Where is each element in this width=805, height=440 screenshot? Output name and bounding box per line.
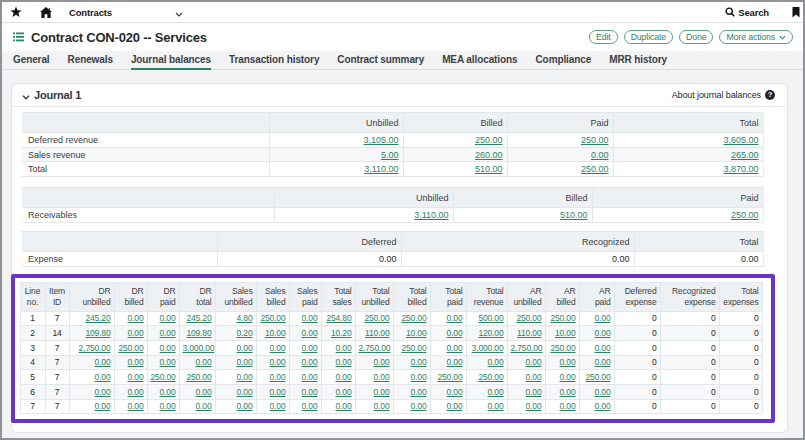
amount-link[interactable]: 0.00: [270, 401, 286, 411]
amount-link[interactable]: 0.00: [237, 343, 253, 353]
amount-link[interactable]: 250.00: [151, 372, 176, 382]
tab-general[interactable]: General: [13, 51, 50, 70]
amount-link[interactable]: 250.00: [260, 313, 285, 323]
tab-contract-summary[interactable]: Contract summary: [337, 51, 424, 70]
amount-link[interactable]: 0.00: [160, 387, 176, 397]
amount-link[interactable]: 0.00: [302, 328, 318, 338]
amount-link[interactable]: 0.00: [128, 328, 144, 338]
amount-link[interactable]: 0.00: [595, 328, 611, 338]
amount-link[interactable]: 10.00: [265, 328, 286, 338]
amount-link[interactable]: 0.00: [160, 401, 176, 411]
amount-link[interactable]: 3,000.00: [183, 343, 215, 353]
amount-link[interactable]: 0.00: [560, 387, 576, 397]
amount-link[interactable]: 0.00: [128, 401, 144, 411]
tab-mrr-history[interactable]: MRR history: [609, 51, 667, 70]
amount-link[interactable]: 0.00: [374, 357, 390, 367]
amount-link[interactable]: 250.00: [401, 343, 426, 353]
amount-link[interactable]: 0.00: [336, 357, 352, 367]
amount-link[interactable]: 245.20: [85, 313, 110, 323]
amount-link[interactable]: 0.00: [488, 401, 504, 411]
amount-link[interactable]: 250.00: [186, 372, 211, 382]
amount-link[interactable]: 0.00: [237, 387, 253, 397]
journal-section-toggle[interactable]: Journal 1: [22, 86, 81, 104]
amount-link[interactable]: 250.00: [437, 372, 462, 382]
amount-link[interactable]: 0.00: [270, 343, 286, 353]
amount-link[interactable]: 510.00: [560, 210, 588, 220]
amount-link[interactable]: 0.00: [411, 357, 427, 367]
amount-link[interactable]: 250.00: [401, 313, 426, 323]
amount-link[interactable]: 0.00: [336, 372, 352, 382]
amount-link[interactable]: 254.80: [326, 313, 351, 323]
amount-link[interactable]: 250.00: [581, 135, 609, 145]
amount-link[interactable]: 0.20: [237, 328, 253, 338]
amount-link[interactable]: 0.00: [411, 372, 427, 382]
amount-link[interactable]: 2,750.00: [511, 343, 543, 353]
amount-link[interactable]: 500.00: [478, 313, 503, 323]
tab-journal-balances[interactable]: Journal balances: [131, 51, 211, 70]
amount-link[interactable]: 250.00: [478, 372, 503, 382]
amount-link[interactable]: 2,750.00: [359, 343, 391, 353]
tab-transaction-history[interactable]: Transaction history: [229, 51, 319, 70]
contracts-nav-dropdown[interactable]: Contracts: [69, 3, 183, 21]
amount-link[interactable]: 0.00: [95, 357, 111, 367]
amount-link[interactable]: 0.00: [336, 401, 352, 411]
amount-link[interactable]: 0.00: [447, 328, 463, 338]
amount-link[interactable]: 0.00: [526, 372, 542, 382]
amount-link[interactable]: 0.00: [488, 357, 504, 367]
amount-link[interactable]: 0.00: [128, 372, 144, 382]
amount-link[interactable]: 0.00: [595, 313, 611, 323]
amount-link[interactable]: 0.00: [302, 372, 318, 382]
amount-link[interactable]: 0.00: [160, 313, 176, 323]
amount-link[interactable]: 0.00: [302, 357, 318, 367]
amount-link[interactable]: 3,110.00: [414, 210, 448, 220]
contract-list-icon[interactable]: [13, 28, 24, 46]
amount-link[interactable]: 0.00: [336, 343, 352, 353]
amount-link[interactable]: 250.00: [581, 164, 609, 174]
tab-mea-allocations[interactable]: MEA allocations: [442, 51, 517, 70]
amount-link[interactable]: 0.00: [488, 387, 504, 397]
done-button[interactable]: Done: [679, 30, 713, 45]
amount-link[interactable]: 0.00: [270, 372, 286, 382]
amount-link[interactable]: 0.00: [526, 387, 542, 397]
amount-link[interactable]: 0.00: [128, 387, 144, 397]
amount-link[interactable]: 0.00: [302, 343, 318, 353]
amount-link[interactable]: 0.00: [237, 401, 253, 411]
amount-link[interactable]: 265.00: [731, 150, 759, 160]
bookmark-icon[interactable]: [792, 7, 800, 18]
amount-link[interactable]: 3,870.00: [723, 164, 758, 174]
tab-renewals[interactable]: Renewals: [68, 51, 113, 70]
amount-link[interactable]: 0.00: [526, 401, 542, 411]
amount-link[interactable]: 260.00: [475, 150, 503, 160]
amount-link[interactable]: 3,110.00: [364, 164, 398, 174]
tab-compliance[interactable]: Compliance: [536, 51, 592, 70]
amount-link[interactable]: 0.00: [447, 343, 463, 353]
amount-link[interactable]: 510.00: [475, 164, 503, 174]
amount-link[interactable]: 0.00: [447, 401, 463, 411]
amount-link[interactable]: 250.00: [550, 343, 575, 353]
amount-link[interactable]: 110.00: [517, 328, 541, 338]
amount-link[interactable]: 0.00: [447, 387, 463, 397]
amount-link[interactable]: 250.00: [731, 210, 759, 220]
amount-link[interactable]: 0.00: [526, 357, 542, 367]
amount-link[interactable]: 0.00: [595, 343, 611, 353]
amount-link[interactable]: 110.00: [365, 328, 389, 338]
amount-link[interactable]: 0.00: [237, 357, 253, 367]
amount-link[interactable]: 0.00: [411, 401, 427, 411]
amount-link[interactable]: 0.00: [160, 343, 176, 353]
amount-link[interactable]: 0.00: [374, 387, 390, 397]
amount-link[interactable]: 4.80: [237, 313, 253, 323]
favorite-star-icon[interactable]: [10, 6, 22, 18]
amount-link[interactable]: 0.00: [447, 357, 463, 367]
amount-link[interactable]: 109.80: [186, 328, 211, 338]
amount-link[interactable]: 3,605.00: [723, 135, 758, 145]
amount-link[interactable]: 250.00: [118, 343, 143, 353]
amount-link[interactable]: 3,000.00: [472, 343, 504, 353]
amount-link[interactable]: 0.00: [196, 401, 212, 411]
amount-link[interactable]: 0.00: [237, 372, 253, 382]
amount-link[interactable]: 0.00: [374, 401, 390, 411]
about-journal-balances-link[interactable]: About journal balances ?: [672, 90, 775, 100]
amount-link[interactable]: 250.00: [516, 313, 541, 323]
amount-link[interactable]: 0.00: [302, 387, 318, 397]
amount-link[interactable]: 0.00: [270, 357, 286, 367]
amount-link[interactable]: 0.00: [591, 150, 609, 160]
